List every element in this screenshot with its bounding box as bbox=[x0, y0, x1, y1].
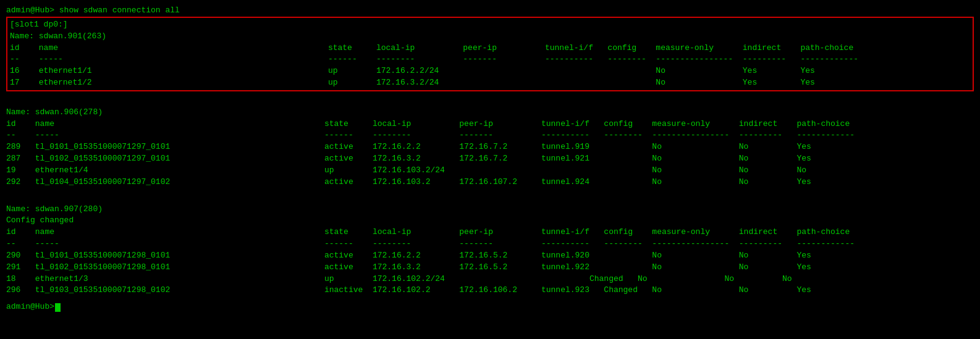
row-289: 289 tl_0101_015351000071297_0101 active … bbox=[6, 141, 974, 153]
row-287: 287 tl_0102_015351000071297_0101 active … bbox=[6, 153, 974, 165]
separator-line-1: -- ----- ------ -------- ------- -------… bbox=[10, 54, 970, 65]
blank-3 bbox=[6, 192, 974, 204]
command-line: admin@Hub> show sdwan connection all bbox=[6, 5, 974, 17]
name-line-1: Name: sdwan.901(263) bbox=[10, 31, 970, 43]
row-291: 291 tl_0102_015351000071298_0101 active … bbox=[6, 262, 974, 274]
section-3: Name: sdwan.907(280) Config changed id n… bbox=[6, 192, 974, 297]
row-290: 290 tl_0101_015351000071298_0101 active … bbox=[6, 250, 974, 262]
row-19: 19 ethernet1/4 up 172.16.103.2/24 No No … bbox=[6, 165, 974, 177]
row-292: 292 tl_0104_015351000071297_0102 active … bbox=[6, 177, 974, 188]
row-16: 16 ethernet1/1 up 172.16.2.2/24 No Yes Y… bbox=[10, 65, 970, 77]
prompt-text: admin@Hub> bbox=[6, 301, 54, 313]
section-2: Name: sdwan.906(278) id name state local… bbox=[6, 95, 974, 188]
separator-line-2: -- ----- ------ -------- ------- -------… bbox=[6, 130, 974, 141]
name-line-2: Name: sdwan.906(278) bbox=[6, 107, 974, 119]
header-line-1: id name state local-ip peer-ip tunnel-i/… bbox=[10, 43, 970, 54]
separator-line-3: -- ----- ------ -------- ------- -------… bbox=[6, 238, 974, 250]
header-line-2: id name state local-ip peer-ip tunnel-i/… bbox=[6, 119, 974, 130]
blank-2 bbox=[6, 95, 974, 107]
prompt-line: admin@Hub> bbox=[6, 301, 974, 313]
row-18: 18 ethernet1/3 up 172.16.102.2/24 Change… bbox=[6, 274, 974, 285]
config-changed-label: Config changed bbox=[6, 215, 974, 227]
section-1: [slot1 dp0:] Name: sdwan.901(263) id nam… bbox=[6, 17, 974, 91]
terminal: admin@Hub> show sdwan connection all [sl… bbox=[6, 5, 974, 313]
slot-line: [slot1 dp0:] bbox=[10, 19, 970, 31]
header-line-3: id name state local-ip peer-ip tunnel-i/… bbox=[6, 227, 974, 238]
row-17: 17 ethernet1/2 up 172.16.3.2/24 No Yes Y… bbox=[10, 77, 970, 89]
name-line-3: Name: sdwan.907(280) bbox=[6, 204, 974, 216]
cursor bbox=[55, 303, 61, 312]
row-296: 296 tl_0103_015351000071298_0102 inactiv… bbox=[6, 285, 974, 296]
